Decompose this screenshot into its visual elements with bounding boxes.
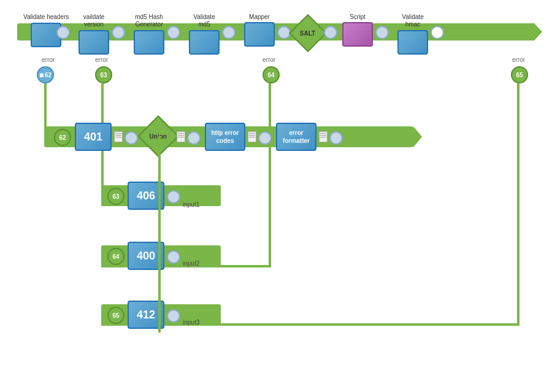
badge-62-bottom: 62 [54, 129, 71, 146]
conn-6 [324, 26, 337, 39]
doc-icon-3[interactable] [248, 131, 256, 142]
node-validate-hmac-box[interactable] [397, 30, 428, 55]
badge-64-top: 64 [263, 66, 280, 83]
conn-4 [222, 26, 236, 39]
node-mapper[interactable]: Mapper [244, 13, 275, 47]
conn-6-circle [324, 26, 337, 39]
conn-2 [112, 26, 125, 39]
conn-row2-1 [167, 190, 180, 204]
error-label-2: error [95, 56, 108, 63]
conn-1 [56, 26, 70, 39]
badge-63-bottom: 63 [107, 188, 125, 205]
node-validate-md5-label: Validatemd5 [193, 13, 215, 28]
node-406-label: 406 [137, 190, 155, 202]
node-validate-md5-box[interactable] [189, 30, 220, 55]
node-validate-version-label: vaildateversion [83, 13, 104, 28]
node-validate-md5[interactable]: Validatemd5 [189, 13, 220, 55]
node-validate-version[interactable]: vaildateversion [79, 13, 109, 55]
conn-1-circle [56, 26, 70, 39]
node-error-formatter-label: errorformatter [283, 129, 310, 145]
doc-icon-2[interactable] [177, 131, 185, 142]
node-mapper-box[interactable] [244, 22, 275, 47]
node-script-box[interactable] [342, 22, 373, 47]
doc-icon-4[interactable] [319, 131, 328, 142]
badge-65-bottom: 65 [107, 307, 125, 324]
node-http-error-codes-label: http errorcodes [212, 129, 239, 145]
error-label-1: error [42, 56, 55, 63]
node-validate-headers-label: Validate headers [23, 13, 69, 21]
node-mapper-label: Mapper [249, 13, 270, 20]
error-label-4: error [512, 56, 525, 63]
canvas: Validate headers vaildateversion md5 Has… [0, 0, 552, 392]
conn-3 [167, 26, 180, 39]
vert-line-65 [517, 83, 519, 326]
badge-65-top: 65 [511, 66, 528, 83]
top-track-arrow [534, 23, 542, 40]
node-401-box[interactable]: 401 [75, 123, 112, 151]
node-salt-diamond[interactable]: SALT [289, 14, 327, 52]
node-md5-hash-label: md5 HashGenerator [135, 13, 163, 28]
conn-4-circle [222, 26, 236, 39]
conn-bottom-3 [258, 131, 272, 145]
conn-2-circle [112, 26, 125, 39]
bottom-track-arrow [413, 126, 422, 147]
node-validate-hmac[interactable]: Validatehmac [397, 13, 428, 55]
doc-icon-1[interactable] [114, 131, 123, 142]
node-error-formatter[interactable]: errorformatter [276, 123, 316, 151]
vert-line-64 [269, 83, 271, 267]
conn-7 [375, 26, 389, 39]
conn-3-circle [167, 26, 180, 39]
badge-62-value: 62 [45, 72, 52, 79]
node-401-label: 401 [84, 131, 102, 144]
node-401[interactable]: 401 [75, 123, 112, 151]
conn-row3-1 [167, 250, 180, 264]
node-400-label: 400 [137, 250, 155, 263]
input2-label: input2 [183, 260, 199, 267]
conn-7-circle [375, 26, 389, 39]
node-salt[interactable]: x SALT [294, 11, 321, 47]
badge-63-top: 63 [95, 66, 112, 83]
union-vert-bar [158, 136, 161, 332]
input1-label: input1 [183, 201, 199, 208]
node-md5-hash[interactable]: md5 HashGenerator [134, 13, 164, 55]
node-http-error-codes-box[interactable]: http errorcodes [205, 123, 245, 151]
node-error-formatter-box[interactable]: errorformatter [276, 123, 316, 151]
conn-bottom-2 [187, 131, 201, 145]
conn-bottom-4 [329, 131, 343, 145]
node-412-label: 412 [137, 309, 155, 321]
node-salt-label: SALT [300, 30, 315, 37]
conn-8 [431, 26, 444, 39]
badge-64-bottom: 64 [107, 248, 125, 265]
node-script-label: Script [350, 13, 366, 20]
node-script[interactable]: Script [342, 13, 373, 47]
node-validate-hmac-label: Validatehmac [402, 13, 423, 28]
badge-62-top: ▣ 62 [37, 66, 54, 83]
node-validate-version-box[interactable] [79, 30, 109, 55]
node-http-error-codes[interactable]: http errorcodes [205, 123, 245, 151]
conn-row4-1 [167, 309, 180, 323]
conn-bottom-1 [125, 131, 138, 145]
error-label-3: error [263, 56, 275, 63]
conn-8-circle [431, 26, 444, 39]
input3-label: input3 [183, 319, 199, 326]
node-md5-hash-box[interactable] [134, 30, 164, 55]
